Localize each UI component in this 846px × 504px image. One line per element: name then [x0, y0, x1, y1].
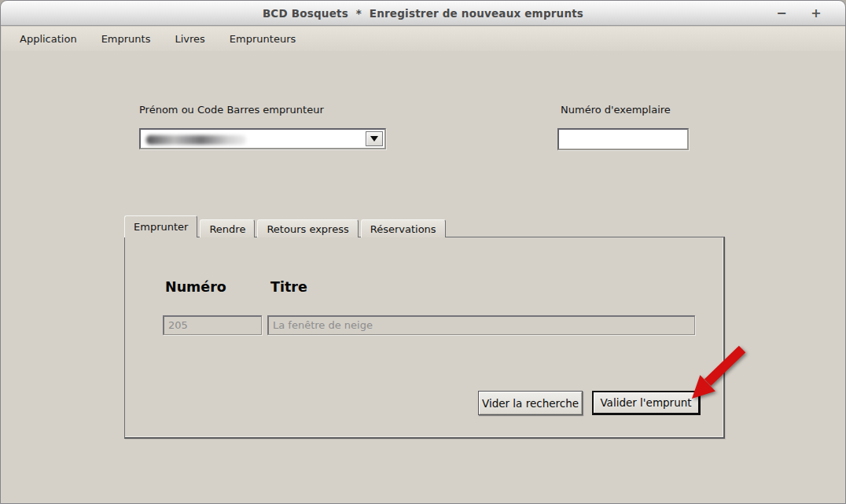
clear-search-button[interactable]: Vider la recherche	[478, 391, 583, 415]
loan-panel: Numéro Titre 205 La fenêtre de neige Vid…	[124, 237, 725, 439]
menu-emprunteurs[interactable]: Emprunteurs	[221, 30, 304, 48]
copy-number-label: Numéro d'exemplaire	[561, 104, 671, 116]
menu-emprunts[interactable]: Emprunts	[93, 30, 160, 48]
app-window: BCD Bosquets * Enregistrer de nouveaux e…	[0, 0, 846, 504]
book-title-field: La fenêtre de neige	[267, 315, 695, 335]
borrower-combobox[interactable]	[139, 128, 386, 149]
tab-emprunter[interactable]: Emprunter	[124, 215, 197, 237]
validate-loan-button[interactable]: Valider l'emprunt	[592, 391, 701, 415]
book-number-field: 205	[163, 315, 262, 335]
tab-rendre[interactable]: Rendre	[200, 219, 255, 237]
tabstrip: Emprunter Rendre Retours express Réserva…	[124, 215, 446, 237]
copy-number-input[interactable]	[557, 128, 689, 150]
borrower-label: Prénom ou Code Barres emprunteur	[139, 104, 324, 116]
maximize-button[interactable]: +	[809, 2, 823, 25]
number-column-header: Numéro	[165, 279, 226, 295]
chevron-down-icon	[370, 136, 378, 142]
minimize-button[interactable]: −	[774, 2, 789, 25]
title-column-header: Titre	[270, 279, 307, 295]
menu-livres[interactable]: Livres	[166, 30, 213, 48]
tab-retours-express[interactable]: Retours express	[257, 219, 358, 237]
menu-application[interactable]: Application	[11, 30, 86, 48]
window-controls: − +	[774, 1, 823, 26]
titlebar[interactable]: BCD Bosquets * Enregistrer de nouveaux e…	[1, 1, 845, 26]
combobox-dropdown-button[interactable]	[366, 131, 383, 146]
menubar: Application Emprunts Livres Emprunteurs	[2, 27, 846, 51]
tab-reservations[interactable]: Réservations	[361, 219, 446, 237]
window-title: BCD Bosquets * Enregistrer de nouveaux e…	[263, 7, 583, 20]
redacted-borrower-value	[146, 135, 246, 145]
